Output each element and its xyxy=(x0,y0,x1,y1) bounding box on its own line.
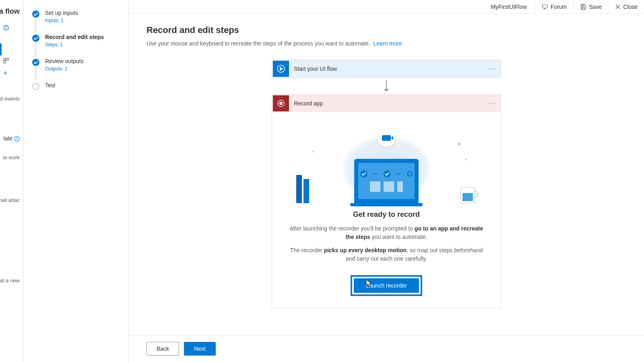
step-empty-icon xyxy=(32,83,39,90)
step-inputs[interactable]: Set up inputs Inputs: 1 xyxy=(32,10,120,34)
step-check-icon xyxy=(32,10,39,18)
bg-item2: late xyxy=(4,135,20,142)
forum-button[interactable]: Forum xyxy=(535,0,573,13)
arrow-down-icon xyxy=(272,78,501,94)
close-button[interactable]: Close xyxy=(608,0,644,13)
step-title: Set up inputs xyxy=(45,10,120,16)
step-sub: Inputs: 1 xyxy=(45,18,120,23)
record-app-card: Record app ··· xyxy=(272,94,501,309)
next-button[interactable]: Next xyxy=(184,342,216,356)
learn-more-link[interactable]: Learn more xyxy=(374,40,402,47)
active-indicator xyxy=(0,43,2,56)
plus-icon: + xyxy=(3,69,8,78)
info-icon xyxy=(3,25,9,32)
bg-item3: te work xyxy=(3,154,20,160)
main-content: Record and edit steps Use your mouse and… xyxy=(129,14,644,362)
card-label: Record app xyxy=(290,100,483,107)
svg-rect-3 xyxy=(4,58,6,60)
step-check-icon xyxy=(32,35,39,42)
illustration xyxy=(288,123,485,203)
save-button[interactable]: Save xyxy=(573,0,608,13)
bg-item5: email a new xyxy=(0,278,20,284)
grid-icon xyxy=(3,58,9,65)
flow-canvas: Start your UI flow ··· Record app ··· xyxy=(129,51,644,335)
launch-recorder-button[interactable]: Launch recorder xyxy=(354,278,419,293)
flow-column: Start your UI flow ··· Record app ··· xyxy=(272,60,501,327)
more-menu[interactable]: ··· xyxy=(483,65,501,72)
start-flow-card[interactable]: Start your UI flow ··· xyxy=(272,60,501,78)
svg-point-18 xyxy=(279,102,283,105)
background-panel: ake a flow + nated events late te work m… xyxy=(0,0,23,362)
svg-rect-9 xyxy=(543,5,547,8)
save-icon xyxy=(580,4,586,10)
step-title: Test xyxy=(45,82,120,88)
record-body-p1: After launching the recorder you'll be p… xyxy=(288,224,485,241)
step-check-icon xyxy=(32,59,39,66)
svg-point-2 xyxy=(6,27,6,27)
step-sub: Steps: 1 xyxy=(45,42,120,47)
step-outputs[interactable]: Review outputs Outputs: 1 xyxy=(32,58,120,82)
record-icon xyxy=(273,95,289,111)
svg-rect-5 xyxy=(4,61,6,63)
step-title: Review outputs xyxy=(45,58,120,64)
svg-point-8 xyxy=(17,138,17,138)
card-header: Start your UI flow ··· xyxy=(272,60,501,78)
stepper-sidebar: Set up inputs Inputs: 1 Record and edit … xyxy=(23,0,129,362)
record-body-p2: The recorder picks up every desktop moti… xyxy=(288,246,485,263)
svg-rect-11 xyxy=(582,7,584,9)
svg-marker-15 xyxy=(280,67,283,70)
launch-highlight: Launch recorder xyxy=(351,275,422,296)
camera-icon xyxy=(378,129,395,147)
card-label: Start your UI flow xyxy=(290,66,483,72)
step-title: Record and edit steps xyxy=(45,34,120,40)
page-description: Use your mouse and keyboard to recreate … xyxy=(147,40,626,47)
play-icon xyxy=(273,61,289,77)
bg-item4: mail attac xyxy=(0,197,20,203)
main-header: Record and edit steps Use your mouse and… xyxy=(129,14,644,51)
svg-rect-10 xyxy=(582,4,584,6)
back-button[interactable]: Back xyxy=(147,342,179,356)
step-record[interactable]: Record and edit steps Steps: 1 xyxy=(32,34,120,58)
record-body: Get ready to record After launching the … xyxy=(272,112,501,308)
chat-icon xyxy=(542,4,548,10)
close-icon xyxy=(615,4,621,10)
record-body-title: Get ready to record xyxy=(288,210,485,219)
step-sub: Outputs: 1 xyxy=(45,66,120,72)
topbar: MyFirstUIFlow Forum Save Close xyxy=(129,0,644,14)
more-menu[interactable]: ··· xyxy=(483,100,501,107)
flow-name: MyFirstUIFlow xyxy=(483,4,535,10)
bg-title-fragment: ake a flow xyxy=(0,7,20,16)
footer: Back Next xyxy=(129,335,644,362)
bg-item1: nated events xyxy=(0,96,20,102)
svg-rect-4 xyxy=(6,58,8,60)
page-title: Record and edit steps xyxy=(147,25,626,35)
card-header[interactable]: Record app ··· xyxy=(272,95,501,112)
step-test[interactable]: Test xyxy=(32,82,120,88)
